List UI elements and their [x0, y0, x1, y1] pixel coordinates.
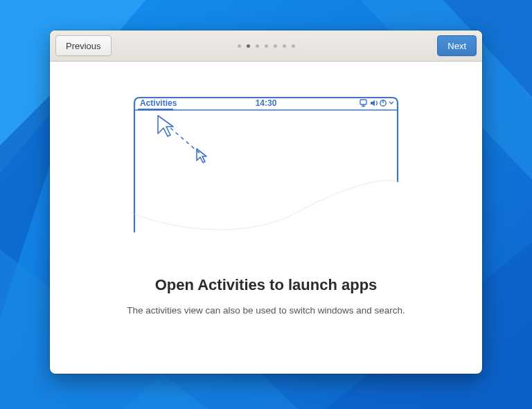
page-dot — [274, 44, 277, 48]
page-dot-active — [247, 44, 250, 48]
content-area: Activities 14:30 — [50, 62, 482, 374]
next-button[interactable]: Next — [437, 35, 477, 56]
svg-text:14:30: 14:30 — [256, 98, 277, 108]
page-title: Open Activities to launch apps — [155, 276, 378, 294]
headerbar: Previous Next — [50, 30, 482, 62]
page-dot — [265, 44, 268, 48]
desktop: Previous Next — [0, 0, 532, 409]
page-dot — [238, 44, 241, 48]
previous-button[interactable]: Previous — [55, 35, 112, 56]
page-subtitle: The activities view can also be used to … — [127, 305, 405, 316]
page-dot — [283, 44, 286, 48]
page-dot — [256, 44, 259, 48]
illustration: Activities 14:30 — [130, 93, 402, 240]
page-dot — [292, 44, 295, 48]
page-indicator — [50, 30, 482, 61]
svg-text:Activities: Activities — [140, 98, 177, 108]
welcome-window: Previous Next — [50, 30, 482, 374]
